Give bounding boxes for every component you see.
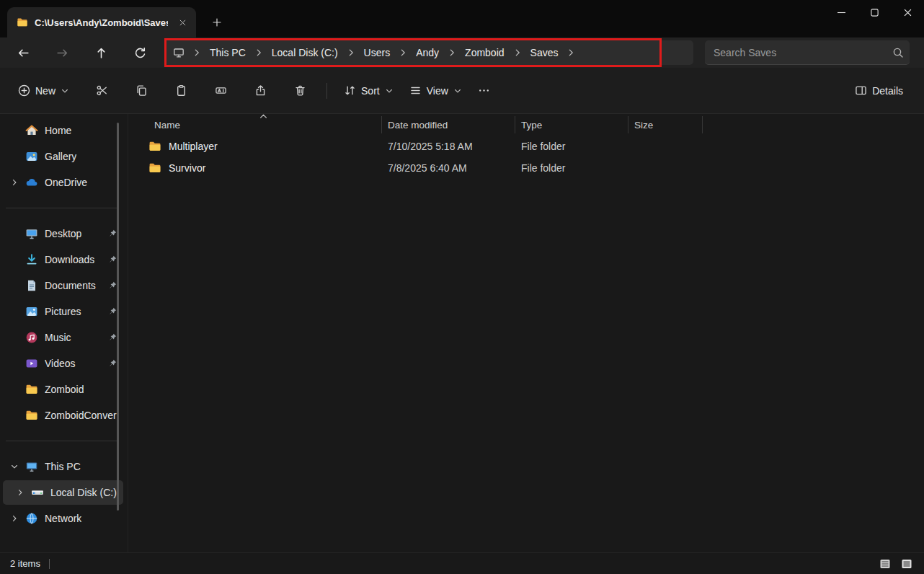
sort-arrows-icon bbox=[344, 84, 356, 97]
new-button-label: New bbox=[35, 85, 55, 97]
sidebar-item-label: Zomboid bbox=[45, 384, 84, 395]
chevron-right-icon bbox=[445, 48, 458, 58]
sidebar: Home Gallery OneDrive Desktop bbox=[0, 114, 128, 552]
share-button[interactable] bbox=[246, 78, 275, 104]
home-icon bbox=[25, 124, 39, 137]
chevron-down-icon bbox=[385, 87, 394, 95]
chevron-right-icon[interactable] bbox=[10, 488, 30, 497]
more-options-button[interactable] bbox=[470, 78, 499, 104]
paste-button[interactable] bbox=[166, 78, 195, 104]
sidebar-item-label: Videos bbox=[45, 358, 76, 369]
copy-button[interactable] bbox=[127, 78, 156, 104]
sidebar-item-documents[interactable]: Documents bbox=[3, 273, 123, 298]
documents-icon bbox=[25, 279, 39, 292]
sidebar-item-local-disk[interactable]: Local Disk (C:) bbox=[3, 480, 123, 505]
toolbar-separator bbox=[326, 83, 327, 99]
new-tab-button[interactable] bbox=[206, 12, 228, 33]
view-list-icon bbox=[409, 84, 422, 97]
chevron-right-icon[interactable] bbox=[4, 514, 25, 523]
titlebar: C:\Users\Andy\Zomboid\Saves bbox=[0, 0, 924, 37]
folder-icon bbox=[148, 162, 161, 175]
search-icon[interactable] bbox=[892, 47, 904, 58]
refresh-button[interactable] bbox=[125, 40, 154, 65]
file-type: File folder bbox=[515, 141, 628, 152]
file-row[interactable]: Multiplayer 7/10/2025 5:18 AM File folde… bbox=[128, 136, 924, 157]
view-button[interactable]: View bbox=[401, 78, 470, 104]
sidebar-item-desktop[interactable]: Desktop bbox=[3, 221, 123, 246]
folder-icon bbox=[25, 383, 39, 396]
sidebar-item-music[interactable]: Music bbox=[3, 325, 123, 350]
details-button-label: Details bbox=[872, 85, 903, 97]
breadcrumb-users[interactable]: Users bbox=[357, 43, 397, 63]
breadcrumb-andy[interactable]: Andy bbox=[409, 43, 445, 63]
explorer-tab[interactable]: C:\Users\Andy\Zomboid\Saves bbox=[7, 7, 196, 37]
cut-button[interactable] bbox=[87, 78, 116, 104]
new-button[interactable]: New bbox=[10, 78, 77, 104]
file-type: File folder bbox=[515, 162, 628, 174]
chevron-right-icon bbox=[190, 48, 203, 58]
sidebar-item-gallery[interactable]: Gallery bbox=[3, 144, 123, 169]
pictures-icon bbox=[25, 305, 39, 318]
sidebar-scrollbar[interactable] bbox=[117, 123, 119, 511]
back-button[interactable] bbox=[9, 40, 37, 65]
close-button[interactable] bbox=[891, 0, 924, 25]
onedrive-icon bbox=[25, 176, 39, 189]
folder-icon bbox=[148, 140, 161, 153]
up-button[interactable] bbox=[86, 40, 115, 65]
file-row[interactable]: Survivor 7/8/2025 6:40 AM File folder bbox=[128, 157, 924, 179]
rename-button[interactable] bbox=[206, 78, 235, 104]
sidebar-item-network[interactable]: Network bbox=[3, 506, 123, 531]
tab-close-button[interactable] bbox=[174, 14, 190, 30]
sidebar-item-label: Home bbox=[45, 125, 71, 136]
maximize-button[interactable] bbox=[858, 0, 891, 25]
details-view-button[interactable] bbox=[876, 556, 894, 572]
sidebar-item-pictures[interactable]: Pictures bbox=[3, 299, 123, 324]
column-header-size[interactable]: Size bbox=[628, 116, 703, 133]
sidebar-item-label: Downloads bbox=[45, 254, 94, 265]
sidebar-item-videos[interactable]: Videos bbox=[3, 351, 123, 376]
this-pc-icon bbox=[167, 47, 190, 58]
sidebar-item-zomboidconver[interactable]: ZomboidConver bbox=[3, 403, 123, 428]
chevron-right-icon bbox=[564, 48, 577, 58]
minimize-button[interactable] bbox=[825, 0, 858, 25]
search-box bbox=[705, 40, 910, 65]
breadcrumb-saves[interactable]: Saves bbox=[524, 43, 565, 63]
status-bar: 2 items bbox=[0, 552, 924, 574]
breadcrumb-zomboid[interactable]: Zomboid bbox=[458, 43, 510, 63]
chevron-down-icon[interactable] bbox=[4, 462, 25, 471]
folder-icon bbox=[25, 409, 39, 422]
gallery-icon bbox=[25, 150, 39, 163]
details-button[interactable]: Details bbox=[847, 78, 911, 104]
sidebar-item-onedrive[interactable]: OneDrive bbox=[3, 170, 123, 195]
file-name: Survivor bbox=[169, 162, 205, 174]
sidebar-item-zomboid[interactable]: Zomboid bbox=[3, 377, 123, 402]
forward-button[interactable] bbox=[48, 40, 76, 65]
column-header-type[interactable]: Type bbox=[515, 116, 628, 133]
sidebar-item-label: Documents bbox=[45, 280, 96, 291]
sidebar-item-this-pc[interactable]: This PC bbox=[3, 454, 123, 479]
sidebar-item-label: Local Disk (C:) bbox=[50, 487, 117, 498]
sidebar-item-downloads[interactable]: Downloads bbox=[3, 247, 123, 272]
sort-button[interactable]: Sort bbox=[336, 78, 401, 104]
sidebar-item-label: Pictures bbox=[45, 306, 81, 317]
chevron-right-icon bbox=[396, 48, 409, 58]
breadcrumb-this-pc[interactable]: This PC bbox=[203, 43, 252, 63]
chevron-right-icon bbox=[511, 48, 524, 58]
plus-circle-icon bbox=[18, 84, 30, 97]
column-header-date-modified[interactable]: Date modified bbox=[382, 116, 515, 133]
breadcrumb-local-disk[interactable]: Local Disk (C:) bbox=[265, 43, 345, 63]
sidebar-item-home[interactable]: Home bbox=[3, 118, 123, 143]
thumbnail-view-button[interactable] bbox=[898, 556, 915, 572]
column-header-name[interactable]: Name bbox=[128, 116, 382, 133]
search-input[interactable] bbox=[714, 47, 892, 58]
chevron-right-icon[interactable] bbox=[4, 178, 25, 187]
chevron-right-icon bbox=[345, 48, 357, 58]
view-button-label: View bbox=[427, 85, 448, 97]
tab-title: C:\Users\Andy\Zomboid\Saves bbox=[35, 17, 168, 28]
desktop-icon bbox=[25, 227, 39, 240]
delete-button[interactable] bbox=[285, 78, 314, 104]
view-toggles bbox=[876, 556, 915, 572]
downloads-icon bbox=[25, 253, 39, 266]
chevron-down-icon bbox=[453, 87, 462, 95]
sidebar-divider bbox=[6, 441, 117, 441]
